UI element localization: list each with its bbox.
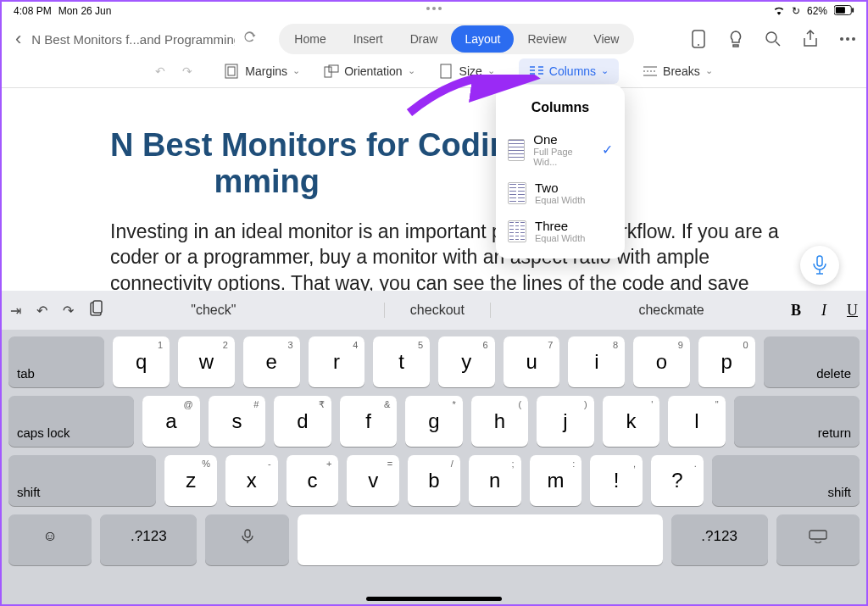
tab-home[interactable]: Home [281, 25, 339, 53]
svg-rect-1 [836, 7, 845, 13]
dictation-button[interactable] [800, 246, 839, 285]
svg-rect-11 [228, 67, 235, 75]
tab-review[interactable]: Review [514, 25, 580, 53]
key-i[interactable]: 8i [568, 336, 625, 387]
key-b[interactable]: /b [408, 455, 460, 506]
option-label: Two [535, 181, 585, 195]
columns-option-one[interactable]: One Full Page Wid... ✓ [496, 125, 625, 174]
columns-label: Columns [549, 64, 596, 78]
document-title[interactable]: N Best Monitors f...and Programming [31, 32, 235, 47]
breaks-button[interactable]: Breaks⌄ [643, 64, 713, 79]
document-canvas[interactable]: N Best Monitors for Coding and Programmi… [2, 88, 866, 321]
lightbulb-icon[interactable] [727, 31, 744, 47]
key-n[interactable]: ;n [469, 455, 521, 506]
key-delete[interactable]: delete [764, 336, 860, 387]
document-heading[interactable]: N Best Monitors for Coding and Programmi… [110, 127, 785, 200]
svg-point-4 [698, 44, 699, 46]
kb-undo-icon[interactable]: ↶ [36, 303, 47, 319]
redo-icon[interactable]: ↷ [182, 64, 192, 78]
key-f[interactable]: &f [340, 396, 398, 447]
key-v[interactable]: =v [347, 455, 399, 506]
status-date: Mon 26 Jun [58, 5, 112, 17]
key-m[interactable]: :m [530, 455, 582, 506]
indent-icon[interactable]: ⇥ [10, 303, 21, 319]
svg-point-8 [846, 37, 849, 41]
columns-one-icon [508, 139, 525, 161]
battery-icon [834, 5, 854, 18]
key-t[interactable]: 5t [373, 336, 430, 387]
orientation-button[interactable]: Orientation⌄ [324, 64, 415, 79]
sync-icon[interactable] [242, 30, 257, 48]
status-bar: 4:08 PM Mon 26 Jun ↻ 62% [2, 2, 866, 20]
more-icon[interactable] [839, 31, 856, 47]
underline-button[interactable]: U [847, 302, 858, 320]
orientation-label: Orientation [344, 64, 402, 78]
key-r[interactable]: 4r [309, 336, 365, 387]
multitask-indicator[interactable] [426, 7, 442, 10]
key-space[interactable] [298, 514, 663, 565]
key-s[interactable]: #s [209, 396, 266, 447]
share-icon[interactable] [802, 31, 819, 47]
key-p[interactable]: 0p [698, 336, 755, 387]
option-sublabel: Equal Width [535, 195, 585, 205]
key-x[interactable]: -x [225, 455, 278, 506]
key-h[interactable]: (h [471, 396, 529, 447]
key-shift-right[interactable]: shift [712, 455, 860, 506]
tab-view[interactable]: View [580, 25, 632, 53]
bold-button[interactable]: B [791, 302, 801, 320]
key-e[interactable]: 3e [243, 336, 300, 387]
key-caps[interactable]: caps lock [8, 396, 134, 447]
key-u[interactable]: 7u [504, 336, 560, 387]
key-c[interactable]: +c [287, 455, 339, 506]
key-hide-keyboard[interactable] [776, 514, 860, 565]
tab-insert[interactable]: Insert [340, 25, 397, 53]
breaks-icon [643, 64, 658, 79]
key-shift-left[interactable]: shift [8, 455, 156, 506]
suggestion-2[interactable]: checkout [384, 303, 491, 318]
svg-rect-2 [852, 8, 854, 13]
home-indicator[interactable] [366, 597, 502, 601]
key-g[interactable]: *g [405, 396, 463, 447]
key-o[interactable]: 9o [633, 336, 690, 387]
margins-button[interactable]: Margins⌄ [225, 64, 300, 79]
key-j[interactable]: )j [537, 396, 594, 447]
key-tab[interactable]: tab [8, 336, 104, 387]
clipboard-icon[interactable] [89, 300, 104, 320]
size-button[interactable]: Size⌄ [439, 64, 495, 79]
key-l[interactable]: "l [668, 396, 726, 447]
key-d[interactable]: ₹d [274, 396, 331, 447]
tab-draw[interactable]: Draw [397, 25, 452, 53]
back-button[interactable]: ‹ [12, 28, 25, 50]
undo-icon[interactable]: ↶ [155, 64, 165, 78]
columns-button[interactable]: Columns⌄ [519, 58, 619, 84]
key-row-2: caps lock @a #s ₹d &f *g (h )j 'k "l ret… [8, 396, 860, 447]
mobile-view-icon[interactable] [690, 31, 707, 47]
search-icon[interactable] [765, 31, 782, 47]
columns-option-three[interactable]: Three Equal Width [496, 212, 625, 250]
key-dictate[interactable] [205, 514, 288, 565]
key-q[interactable]: 1q [113, 336, 170, 387]
wifi-icon [773, 5, 785, 18]
suggestion-1[interactable]: "check" [165, 303, 261, 318]
key-emoji[interactable]: ☺ [8, 514, 92, 565]
italic-button[interactable]: I [821, 302, 826, 320]
battery-percent: 62% [807, 5, 827, 17]
key-exclaim[interactable]: ,! [590, 455, 643, 506]
key-a[interactable]: @a [142, 396, 200, 447]
key-z[interactable]: %z [164, 455, 217, 506]
option-sublabel: Full Page Wid... [533, 147, 593, 167]
key-row-1: tab 1q 2w 3e 4r 5t 6y 7u 8i 9o 0p delete [8, 336, 860, 387]
status-time: 4:08 PM [14, 5, 52, 17]
key-w[interactable]: 2w [178, 336, 235, 387]
svg-rect-28 [810, 531, 826, 539]
tab-layout[interactable]: Layout [451, 25, 514, 53]
suggestion-3[interactable]: checkmate [613, 303, 729, 318]
kb-redo-icon[interactable]: ↷ [63, 303, 74, 319]
key-numeric-left[interactable]: .?123 [100, 514, 197, 565]
key-y[interactable]: 6y [438, 336, 495, 387]
key-k[interactable]: 'k [603, 396, 660, 447]
columns-option-two[interactable]: Two Equal Width [496, 174, 625, 212]
key-numeric-right[interactable]: .?123 [671, 514, 768, 565]
key-question[interactable]: .? [651, 455, 704, 506]
key-return[interactable]: return [734, 396, 860, 447]
